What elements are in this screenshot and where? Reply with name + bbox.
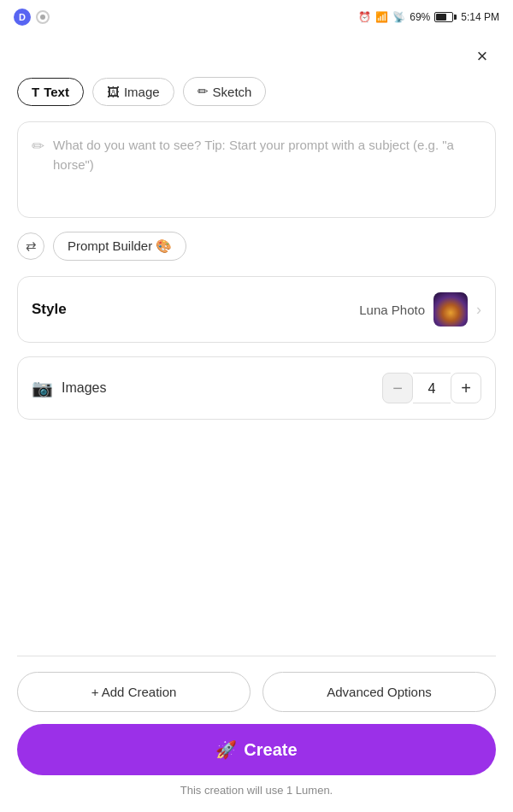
sketch-tab-icon: ✏ [198,84,209,99]
chevron-right-icon: › [476,301,481,319]
prompt-placeholder: What do you want to see? Tip: Start your… [53,136,481,174]
divider [17,656,496,656]
add-creation-button[interactable]: + Add Creation [17,672,251,712]
tab-text-label: Text [44,85,69,99]
close-row: × [0,31,513,77]
battery-percent: 69% [410,11,430,23]
wifi-icon: 📶 [375,11,388,23]
bottom-btn-row: + Add Creation Advanced Options [17,672,496,712]
style-value: Luna Photo [359,303,425,317]
style-card[interactable]: Style Luna Photo › [17,276,496,343]
images-card: 📷 Images − 4 + [17,356,496,420]
tab-image[interactable]: 🖼 Image [92,78,174,106]
lumen-text: This creation will use 1 Lumen. [17,784,496,797]
create-label: Create [244,740,297,760]
status-dot [36,10,50,24]
image-tab-icon: 🖼 [107,85,120,99]
signal-icon: 📡 [392,11,405,23]
discord-icon: D [14,9,31,26]
counter-value: 4 [413,373,451,403]
status-bar: D ⏰ 📶 📡 69% 5:14 PM [0,0,513,31]
style-thumbnail [433,292,468,327]
create-icon: 🚀 [215,739,237,760]
prompt-builder-label: Prompt Builder 🎨 [68,238,172,254]
style-right: Luna Photo › [359,292,481,327]
style-label: Style [32,301,67,318]
increment-button[interactable]: + [451,373,481,403]
status-left: D [14,9,50,26]
tab-sketch[interactable]: ✏ Sketch [183,77,267,106]
tab-text[interactable]: T Text [17,78,84,106]
camera-icon: 📷 [32,378,53,398]
status-right: ⏰ 📶 📡 69% 5:14 PM [358,11,499,23]
pencil-icon: ✏ [32,137,44,156]
shuffle-icon: ⇄ [26,238,37,254]
images-left: 📷 Images [32,378,106,398]
tab-image-label: Image [124,85,160,99]
clock: 5:14 PM [461,11,499,23]
close-button[interactable]: × [469,43,496,70]
tab-sketch-label: Sketch [213,85,252,99]
prompt-builder-button[interactable]: Prompt Builder 🎨 [53,232,186,261]
text-tab-icon: T [32,85,39,99]
create-button[interactable]: 🚀 Create [17,724,496,775]
decrement-button[interactable]: − [382,373,413,403]
battery-icon [434,12,457,22]
prompt-builder-row: ⇄ Prompt Builder 🎨 [0,232,513,276]
shuffle-button[interactable]: ⇄ [17,232,44,260]
bottom-area: + Add Creation Advanced Options 🚀 Create… [0,656,513,812]
prompt-card[interactable]: ✏ What do you want to see? Tip: Start yo… [17,121,496,218]
advanced-options-button[interactable]: Advanced Options [262,672,496,712]
images-label: Images [62,380,106,396]
counter-control: − 4 + [382,373,481,403]
alarm-icon: ⏰ [358,11,371,23]
tab-row: T Text 🖼 Image ✏ Sketch [0,77,513,121]
